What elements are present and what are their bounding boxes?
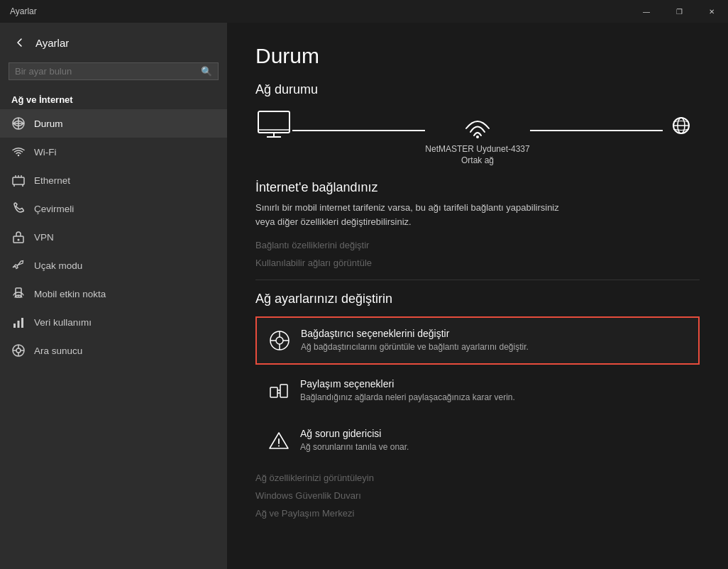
svg-rect-15: [21, 318, 23, 328]
link-ag-ozellikler[interactable]: Ağ özelliklerinizi görüntüleyin: [255, 473, 700, 483]
net-line-1: [292, 130, 425, 131]
divider: [255, 280, 700, 280]
nav-label-ara: Ara sunucu: [34, 346, 82, 356]
nav-label-ethernet: Ethernet: [34, 175, 70, 186]
paylasim-title: Paylaşım seçenekleri: [300, 378, 688, 390]
durum-icon: [11, 116, 26, 131]
svg-rect-37: [280, 385, 287, 397]
minimize-button[interactable]: —: [630, 0, 663, 23]
vpn-icon: [11, 230, 26, 244]
main-container: Ayarlar 🔍 Ağ ve İnternet Durum: [0, 23, 728, 569]
close-button[interactable]: ✕: [695, 0, 728, 23]
router-label: NetMASTER Uydunet-4337 Ortak ağ: [425, 144, 529, 166]
ucak-icon: [11, 258, 26, 272]
svg-point-10: [18, 239, 20, 241]
sidebar-item-veri[interactable]: Veri kullanımı: [0, 308, 227, 336]
sidebar-item-ara[interactable]: Ara sunucu: [0, 336, 227, 365]
svg-point-17: [16, 348, 21, 353]
sidebar-item-durum[interactable]: Durum: [0, 109, 227, 138]
settings-section-title: Ağ ayarlarınızı değiştirin: [255, 292, 700, 306]
nav-label-veri: Veri kullanımı: [34, 317, 92, 328]
maximize-button[interactable]: ❐: [663, 0, 695, 23]
link-available[interactable]: Kullanılabilir ağları görüntüle: [255, 258, 700, 268]
computer-node: [255, 110, 292, 165]
titlebar-left: Ayarlar: [7, 6, 37, 16]
sidebar-header: Ayarlar: [0, 23, 227, 57]
sidebar-item-vpn[interactable]: VPN: [0, 223, 227, 251]
bagdastiricilari-text: Bağdaştırıcı seçeneklerini değiştir Ağ b…: [301, 328, 687, 353]
veri-icon: [11, 315, 26, 329]
svg-rect-3: [13, 177, 24, 184]
ara-icon: [11, 343, 26, 358]
paylasim-desc: Bağlandığınız ağlarda neleri paylaşacağı…: [300, 392, 688, 404]
link-properties[interactable]: Bağlantı özelliklerini değiştir: [255, 240, 700, 250]
sorun-text: Ağ sorun gidericisi Ağ sorunlarını tanıl…: [300, 428, 688, 453]
search-input[interactable]: [15, 66, 201, 77]
sidebar-item-mobil[interactable]: Mobil etkin nokta: [0, 280, 227, 308]
sidebar-item-cevirmeli[interactable]: Çevirmeli: [0, 194, 227, 223]
bottom-links: Ağ özelliklerinizi görüntüleyin Windows …: [255, 473, 700, 519]
sorun-desc: Ağ sorunlarını tanıla ve onar.: [300, 441, 688, 453]
network-status-title: Ağ durumu: [255, 82, 700, 97]
nav-label-wifi: Wi-Fi: [34, 147, 56, 158]
section-label: Ağ ve İnternet: [0, 89, 227, 109]
cevirmeli-icon: [11, 201, 26, 216]
sorun-title: Ağ sorun gidericisi: [300, 428, 688, 439]
titlebar-title: Ayarlar: [10, 6, 37, 16]
svg-point-41: [278, 445, 280, 446]
back-button[interactable]: [11, 34, 28, 51]
troubleshoot-icon: [268, 429, 290, 452]
setting-item-sorun[interactable]: Ağ sorun gidericisi Ağ sorunlarını tanıl…: [255, 417, 700, 464]
net-line-2: [530, 130, 663, 131]
connected-desc: Sınırlı bir mobil internet tarifeniz var…: [255, 201, 568, 228]
nav-label-ucak: Uçak modu: [34, 260, 82, 271]
svg-point-31: [276, 337, 283, 344]
search-icon[interactable]: 🔍: [201, 66, 212, 77]
sidebar-item-ucak[interactable]: Uçak modu: [0, 251, 227, 280]
search-box[interactable]: 🔍: [9, 62, 219, 80]
setting-item-paylasim[interactable]: Paylaşım seçenekleri Bağlandığınız ağlar…: [255, 368, 700, 414]
bagdastiricilari-desc: Ağ bağdaştırıcılarını görüntüle ve bağla…: [301, 341, 687, 353]
connected-title: İnternet'e bağlandınız: [255, 180, 700, 195]
page-title: Durum: [255, 44, 700, 68]
router-node: NetMASTER Uydunet-4337 Ortak ağ: [425, 109, 529, 166]
setting-item-bagdastiricilari[interactable]: Bağdaştırıcı seçeneklerini değiştir Ağ b…: [255, 316, 700, 365]
network-diagram: NetMASTER Uydunet-4337 Ortak ağ: [255, 109, 700, 166]
sidebar-item-ethernet[interactable]: Ethernet: [0, 166, 227, 194]
sharing-icon: [268, 380, 290, 402]
bagdastiricilari-title: Bağdaştırıcı seçeneklerini değiştir: [301, 328, 687, 339]
adapter-icon: [268, 329, 291, 352]
mobil-icon: [11, 287, 26, 301]
svg-rect-36: [270, 387, 277, 397]
sidebar: Ayarlar 🔍 Ağ ve İnternet Durum: [0, 23, 227, 569]
sidebar-app-title: Ayarlar: [35, 37, 69, 49]
paylasim-text: Paylaşım seçenekleri Bağlandığınız ağlar…: [300, 378, 688, 404]
globe-node: [663, 110, 700, 165]
wifi-icon: [11, 145, 26, 159]
router-icon: [459, 109, 496, 140]
link-windows-guvenlik[interactable]: Windows Güvenlik Duvarı: [255, 490, 700, 501]
svg-point-26: [476, 136, 479, 138]
nav-label-vpn: VPN: [34, 232, 54, 243]
svg-rect-13: [13, 324, 16, 328]
sidebar-item-wifi[interactable]: Wi-Fi: [0, 138, 227, 166]
content-area: Durum Ağ durumu: [227, 23, 728, 569]
nav-label-cevirmeli: Çevirmeli: [34, 204, 74, 214]
globe-icon: [663, 110, 700, 141]
nav-label-durum: Durum: [34, 118, 63, 129]
titlebar-controls: — ❐ ✕: [630, 0, 728, 23]
svg-rect-14: [18, 321, 20, 328]
titlebar: Ayarlar — ❐ ✕: [0, 0, 728, 23]
computer-icon: [255, 110, 292, 141]
nav-label-mobil: Mobil etkin nokta: [34, 289, 106, 299]
link-ag-paylasim[interactable]: Ağ ve Paylaşım Merkezi: [255, 508, 700, 519]
ethernet-icon: [11, 173, 26, 187]
